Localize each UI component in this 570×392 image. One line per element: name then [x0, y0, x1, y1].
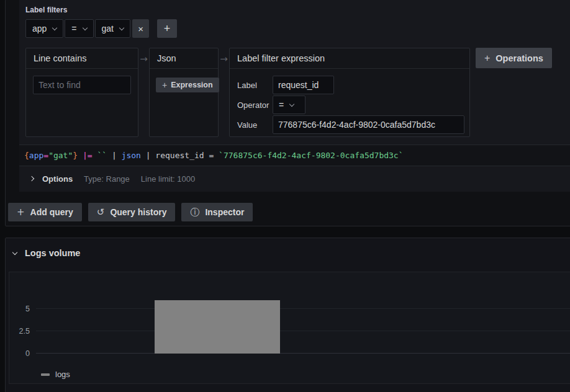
- inspector-button[interactable]: ⓘ Inspector: [181, 203, 253, 221]
- label-filter-value-value: gat: [102, 24, 114, 33]
- gridline-horizontal: [36, 308, 570, 309]
- operations-row: Line contains → Json + Expression: [25, 48, 570, 137]
- logs-volume-panel: Logs volume 02.55 09:5009:5510:0010:0510…: [5, 238, 570, 392]
- arrow-right-icon: →: [219, 53, 229, 65]
- query-history-label: Query history: [110, 207, 166, 217]
- label-filters-title: Label filters: [25, 6, 570, 14]
- chevron-down-icon: [289, 101, 294, 106]
- operator-select[interactable]: =: [273, 96, 305, 114]
- query-history-button[interactable]: ↺ Query history: [88, 203, 176, 221]
- add-operations-label: Operations: [495, 53, 543, 63]
- operation-card-body: Label Operator = Value: [230, 69, 469, 138]
- add-label-filter-button[interactable]: +: [157, 19, 177, 38]
- logs-volume-header[interactable]: Logs volume: [6, 238, 570, 258]
- options-toggle[interactable]: Options Type: Range Line limit: 1000: [19, 166, 570, 191]
- x-axis: 09:5009:5510:0010:0510:1010:15: [36, 359, 570, 368]
- options-type: Type: Range: [84, 174, 130, 184]
- options-line-limit: Line limit: 1000: [141, 174, 195, 184]
- add-query-label: Add query: [30, 207, 73, 217]
- y-tick-label: 5: [25, 305, 30, 313]
- operation-card-body: [26, 69, 138, 101]
- operation-card-line-contains: Line contains: [25, 48, 138, 137]
- gridline-horizontal: [36, 331, 570, 331]
- raw-query: {app="gat"} |= `` | json | request_id = …: [19, 145, 570, 166]
- legend: logs: [41, 370, 70, 379]
- legend-item-logs[interactable]: logs: [41, 370, 70, 379]
- value-field[interactable]: [273, 115, 464, 134]
- options-label: Options: [42, 174, 73, 184]
- inspector-label: Inspector: [205, 207, 244, 217]
- label-filter-operator-value: =: [71, 24, 76, 33]
- label-caption: Label: [237, 81, 273, 90]
- label-filter-value-select[interactable]: gat: [95, 19, 130, 38]
- legend-label: logs: [55, 370, 70, 379]
- operator-caption: Operator: [237, 100, 273, 110]
- plus-icon: +: [162, 80, 167, 90]
- logs-volume-title: Logs volume: [25, 248, 80, 258]
- legend-swatch: [41, 373, 50, 376]
- chevron-down-icon: [119, 25, 124, 30]
- operation-card-title: Json: [150, 48, 218, 69]
- operator-value: =: [279, 100, 284, 110]
- add-expression-label: Expression: [171, 81, 212, 89]
- plus-icon: +: [484, 53, 490, 64]
- chevron-down-icon: [12, 249, 17, 254]
- chevron-right-icon: [29, 176, 34, 181]
- gridline-horizontal: [36, 353, 570, 354]
- y-tick-label: 2.5: [19, 327, 30, 336]
- label-filter-key-value: app: [32, 24, 47, 33]
- label-filter-operator-select[interactable]: =: [65, 19, 93, 38]
- value-caption: Value: [237, 120, 273, 130]
- arrow-right-icon: →: [138, 53, 149, 65]
- label-filter-key-select[interactable]: app: [25, 19, 63, 38]
- plus-icon: +: [17, 207, 25, 218]
- query-builder: Label filters app = gat × +: [19, 0, 570, 137]
- logs-volume-graph: 02.55 09:5009:5510:0010:0510:1010:15 log…: [9, 272, 570, 384]
- add-query-button[interactable]: + Add query: [8, 203, 82, 221]
- plot-area[interactable]: [36, 287, 570, 354]
- remove-label-filter-button[interactable]: ×: [132, 19, 149, 38]
- operation-card-json: Json + Expression: [149, 48, 219, 137]
- operation-card-label-filter-expression: Label filter expression Label Operator =…: [229, 48, 470, 137]
- close-icon: ×: [138, 24, 143, 34]
- query-editor-row: Label filters app = gat × +: [19, 0, 570, 192]
- plus-icon: +: [164, 22, 171, 35]
- query-toolbar: + Add query ↺ Query history ⓘ Inspector: [8, 203, 570, 221]
- label-filters-row: app = gat × +: [25, 19, 570, 38]
- bar-logs: [155, 300, 280, 354]
- line-contains-input[interactable]: [33, 76, 131, 94]
- add-expression-button[interactable]: + Expression: [156, 78, 219, 92]
- add-operations-button[interactable]: + Operations: [476, 48, 552, 68]
- history-icon: ↺: [97, 207, 105, 218]
- chevron-down-icon: [82, 25, 87, 30]
- chevron-down-icon: [52, 25, 57, 30]
- operation-card-body: + Expression: [150, 69, 218, 101]
- operation-card-title: Label filter expression: [230, 48, 469, 69]
- info-icon: ⓘ: [190, 207, 199, 218]
- y-tick-label: 0: [25, 349, 30, 358]
- query-editor-container: Label filters app = gat × +: [5, 0, 570, 226]
- operation-card-title: Line contains: [26, 48, 138, 69]
- y-axis: 02.55: [9, 287, 30, 354]
- label-field[interactable]: [273, 76, 334, 94]
